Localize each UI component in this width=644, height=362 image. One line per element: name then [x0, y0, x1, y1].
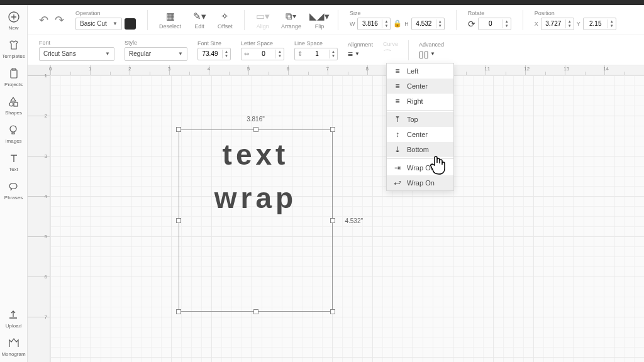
align-button: ▭▾Align — [256, 11, 270, 30]
sidebar-item-monogram[interactable]: Monogram — [1, 336, 25, 357]
text-content: text wrap — [179, 129, 333, 312]
sidebar-item-label: Monogram — [1, 351, 25, 357]
height-input[interactable]: ▲▼ — [411, 18, 445, 30]
advanced-button[interactable]: ▯▯▼ — [419, 49, 444, 59]
y-input[interactable]: ▲▼ — [583, 18, 616, 30]
sidebar-item-label: Templates — [2, 53, 25, 59]
canvas-grid[interactable]: 3.816" 4.532" text wrap — [50, 75, 644, 362]
fontsize-input[interactable]: ▲▼ — [197, 48, 231, 60]
shirt-icon — [7, 38, 21, 52]
toolbar-main: ↶ ↷ Operation Basic Cut▼ ▦Deselect ✎▾Edi… — [28, 5, 644, 35]
font-select[interactable]: Cricut Sans▼ — [39, 47, 114, 61]
sidebar-item-images[interactable]: Images — [5, 123, 21, 144]
offset-button[interactable]: ✧Offset — [218, 11, 233, 30]
width-input[interactable]: ▲▼ — [357, 18, 391, 30]
letterspace-icon: ⇔ — [242, 50, 252, 57]
sidebar-item-shapes[interactable]: Shapes — [5, 95, 22, 116]
sidebar-item-label: Phrases — [4, 195, 23, 200]
ruler-horizontal: 01234567891011121314 — [50, 65, 644, 75]
deselect-button[interactable]: ▦Deselect — [159, 11, 181, 30]
style-select[interactable]: Regular▼ — [125, 47, 187, 61]
dimension-height: 4.532" — [345, 217, 363, 224]
sidebar-item-label: Projects — [4, 82, 23, 87]
sidebar-item-label: Shapes — [5, 110, 22, 116]
canvas-area[interactable]: 01234567891011121314 1234567 3.816" 4.53… — [28, 65, 644, 362]
align-bottom-icon: ⤓ — [393, 145, 402, 154]
w-prefix: W — [350, 21, 355, 27]
align-top-icon: ⤒ — [393, 115, 402, 124]
lock-icon[interactable]: 🔒 — [393, 19, 402, 28]
ruler-vertical: 1234567 — [28, 75, 50, 362]
offset-icon: ✧ — [218, 11, 232, 22]
wrap-on-icon: ⮐ — [393, 178, 402, 187]
svg-point-5 — [10, 126, 16, 132]
sidebar-item-templates[interactable]: Templates — [2, 38, 25, 59]
linespace-input[interactable]: ⇕▲▼ — [294, 48, 338, 60]
align-right-icon: ≡ — [393, 97, 402, 106]
text-icon — [7, 151, 21, 165]
sidebar-item-new[interactable]: New — [7, 10, 21, 31]
svg-rect-4 — [14, 102, 18, 106]
x-input[interactable]: ▲▼ — [541, 18, 574, 30]
edit-button[interactable]: ✎▾Edit — [192, 11, 206, 30]
speech-icon — [6, 180, 20, 194]
advanced-label: Advanced — [419, 41, 444, 48]
linespace-label: Line Space — [294, 40, 338, 47]
toolbar-text: Font Cricut Sans▼ Style Regular▼ Font Si… — [28, 35, 644, 65]
letterspace-input[interactable]: ⇔▲▼ — [241, 48, 284, 60]
wrap-off-icon: ⇥ — [393, 163, 402, 172]
sidebar-item-projects[interactable]: Projects — [4, 67, 23, 87]
y-prefix: Y — [577, 21, 580, 27]
cursor-pointer-icon — [429, 154, 448, 180]
align-vcenter-icon: ↕ — [393, 130, 402, 139]
curve-button: ⌒ — [383, 48, 398, 60]
align-center-icon: ≡ — [348, 49, 353, 59]
rotate-icon: ⟳ — [468, 19, 475, 29]
align-vcenter-item[interactable]: ↕Center — [387, 127, 453, 142]
sidebar-item-label: Text — [9, 167, 18, 172]
svg-point-6 — [9, 184, 17, 189]
arrange-button[interactable]: ⧉▾Arrange — [281, 11, 301, 30]
sidebar-item-label: Images — [5, 138, 21, 144]
font-label: Font — [39, 40, 114, 46]
curve-label: Curve — [383, 41, 398, 47]
columns-icon: ▯▯ — [419, 49, 429, 59]
align-center-item[interactable]: ≡Center — [387, 79, 453, 94]
svg-point-3 — [9, 102, 13, 106]
linespace-icon: ⇕ — [295, 50, 305, 57]
fontsize-label: Font Size — [197, 40, 231, 47]
sidebar-item-upload[interactable]: Upload — [6, 308, 21, 329]
sidebar-item-label: New — [8, 25, 18, 31]
clipboard-icon — [7, 67, 21, 80]
upload-icon — [6, 308, 20, 322]
size-label: Size — [350, 10, 445, 16]
flip-button[interactable]: ◣◢▾Flip — [313, 11, 326, 30]
sidebar-item-phrases[interactable]: Phrases — [4, 180, 23, 200]
operation-value: Basic Cut — [80, 20, 107, 27]
alignment-button[interactable]: ≡▼ — [348, 49, 373, 59]
x-prefix: X — [535, 21, 538, 27]
h-prefix: H — [404, 21, 409, 27]
redo-button[interactable]: ↷ — [55, 13, 64, 27]
bulb-icon — [6, 123, 20, 137]
dimension-width: 3.816" — [247, 116, 265, 123]
align-top-item[interactable]: ⤒Top — [387, 112, 453, 127]
deselect-icon: ▦ — [164, 11, 177, 22]
align-icon: ▭▾ — [256, 11, 270, 22]
sidebar-item-label: Upload — [6, 323, 21, 329]
rotate-input[interactable]: ▲▼ — [478, 18, 511, 30]
align-center-icon: ≡ — [393, 82, 402, 90]
align-left-item[interactable]: ≡Left — [387, 63, 453, 79]
align-right-item[interactable]: ≡Right — [387, 94, 453, 109]
svg-rect-1 — [11, 70, 17, 78]
color-swatch[interactable] — [125, 18, 136, 30]
flip-icon: ◣◢▾ — [313, 11, 326, 22]
main-area: ↶ ↷ Operation Basic Cut▼ ▦Deselect ✎▾Edi… — [28, 5, 644, 65]
position-label: Position — [535, 10, 616, 16]
sidebar-item-text[interactable]: Text — [7, 151, 21, 172]
left-sidebar: New Templates Projects Shapes Images Tex… — [0, 5, 28, 362]
undo-button[interactable]: ↶ — [39, 13, 48, 27]
operation-select[interactable]: Basic Cut▼ — [75, 18, 122, 30]
pencil-icon: ✎▾ — [192, 11, 206, 22]
text-object[interactable]: 3.816" 4.532" text wrap — [179, 129, 333, 312]
